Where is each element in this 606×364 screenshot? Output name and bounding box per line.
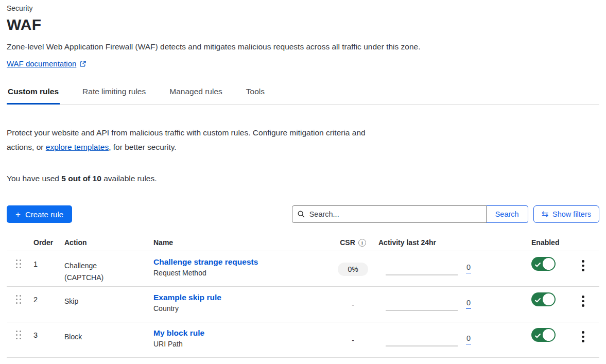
rule-name-cell: My block rule URI Path bbox=[153, 322, 328, 348]
rule-name-cell: Example skip rule Country bbox=[153, 287, 328, 313]
check-icon bbox=[535, 332, 541, 341]
rule-name-cell: Challenge strange requests Request Metho… bbox=[153, 251, 328, 277]
activity-count-link[interactable]: 0 bbox=[466, 334, 471, 344]
toggle-knob bbox=[543, 329, 555, 341]
drag-dots-icon bbox=[16, 331, 33, 339]
table-header-row: Order Action Name CSR i Activity last 24… bbox=[7, 235, 599, 251]
swap-arrows-icon: ⇆ bbox=[542, 210, 548, 218]
toggle-knob bbox=[543, 258, 555, 270]
enabled-toggle[interactable] bbox=[531, 292, 556, 306]
show-filters-label: Show filters bbox=[552, 210, 591, 218]
usage-suffix: available rules. bbox=[101, 174, 157, 183]
header-csr: CSR bbox=[340, 238, 355, 247]
tab-tools[interactable]: Tools bbox=[245, 84, 266, 105]
breadcrumb: Security bbox=[7, 4, 599, 12]
info-icon[interactable]: i bbox=[358, 239, 366, 247]
activity-sparkline bbox=[386, 345, 458, 346]
csr-badge: 0% bbox=[338, 263, 368, 276]
activity-count-link[interactable]: 0 bbox=[466, 299, 471, 309]
rule-action-line1: Block bbox=[64, 331, 153, 343]
rule-action-line1: Challenge bbox=[64, 260, 153, 272]
rule-order: 1 bbox=[33, 251, 64, 268]
tab-custom-rules[interactable]: Custom rules bbox=[7, 84, 60, 105]
explore-templates-link[interactable]: explore templates bbox=[46, 143, 109, 151]
create-rule-label: Create rule bbox=[25, 210, 63, 219]
enabled-toggle[interactable] bbox=[531, 328, 556, 342]
activity-cell: 0 bbox=[377, 322, 480, 358]
rule-match-field: URI Path bbox=[153, 340, 328, 348]
rule-action-line1: Skip bbox=[64, 296, 153, 307]
page-description: Zone-level Web Application Firewall (WAF… bbox=[7, 42, 599, 51]
table-row: 2 Skip Example skip rule Country - 0 bbox=[7, 287, 599, 322]
csr-badge: - bbox=[351, 334, 355, 347]
show-filters-button[interactable]: ⇆ Show filters bbox=[533, 205, 599, 223]
rule-action: Challenge (CAPTCHA) bbox=[64, 251, 153, 284]
waf-documentation-link[interactable]: WAF documentation bbox=[7, 59, 76, 68]
header-activity: Activity last 24hr bbox=[377, 235, 480, 247]
drag-dots-icon bbox=[16, 259, 33, 268]
check-icon bbox=[535, 296, 541, 305]
tab-managed-rules[interactable]: Managed rules bbox=[168, 84, 223, 105]
usage-summary: You have used 5 out of 10 available rule… bbox=[7, 174, 599, 183]
table-body: 1 Challenge (CAPTCHA) Challenge strange … bbox=[7, 251, 599, 358]
kebab-menu-button[interactable] bbox=[581, 259, 599, 272]
rule-name-link[interactable]: My block rule bbox=[153, 328, 204, 338]
drag-handle[interactable] bbox=[7, 322, 33, 339]
rules-toolbar: + Create rule Search ⇆ Show filters bbox=[7, 205, 599, 223]
header-enabled: Enabled bbox=[527, 235, 574, 247]
usage-count: 5 out of 10 bbox=[61, 174, 101, 183]
toggle-knob bbox=[543, 293, 555, 305]
create-rule-button[interactable]: + Create rule bbox=[7, 205, 72, 223]
rule-name-link[interactable]: Example skip rule bbox=[153, 293, 221, 302]
intro-text: Protect your website and API from malici… bbox=[7, 126, 390, 154]
kebab-menu-button[interactable] bbox=[581, 330, 599, 343]
activity-sparkline bbox=[386, 274, 458, 275]
header-order: Order bbox=[33, 235, 64, 247]
search-input[interactable] bbox=[292, 205, 487, 223]
rule-name-link[interactable]: Challenge strange requests bbox=[153, 257, 258, 267]
waf-page: Security WAF Zone-level Web Application … bbox=[0, 0, 606, 358]
search-button[interactable]: Search bbox=[486, 205, 528, 223]
activity-cell: 0 bbox=[377, 287, 480, 322]
activity-cell: 0 bbox=[377, 251, 480, 287]
enabled-toggle[interactable] bbox=[531, 257, 556, 271]
drag-dots-icon bbox=[16, 295, 33, 304]
drag-handle[interactable] bbox=[7, 251, 33, 268]
check-icon bbox=[535, 261, 541, 270]
header-action: Action bbox=[64, 235, 153, 247]
activity-count-link[interactable]: 0 bbox=[466, 263, 471, 273]
custom-rules-table: Order Action Name CSR i Activity last 24… bbox=[7, 235, 599, 358]
table-row: 3 Block My block rule URI Path - 0 bbox=[7, 322, 599, 358]
csr-cell: - bbox=[351, 300, 355, 309]
tab-rate-limiting-rules[interactable]: Rate limiting rules bbox=[81, 84, 147, 105]
header-name: Name bbox=[153, 235, 328, 247]
kebab-menu-button[interactable] bbox=[581, 294, 599, 308]
rule-action: Block bbox=[64, 322, 153, 343]
intro-text-after: , for better security. bbox=[109, 143, 177, 151]
rule-action: Skip bbox=[64, 287, 153, 307]
activity-sparkline bbox=[386, 310, 458, 311]
rule-match-field: Request Method bbox=[153, 269, 328, 277]
search-icon bbox=[297, 210, 305, 220]
csr-badge: - bbox=[351, 298, 355, 311]
rule-order: 3 bbox=[33, 322, 64, 339]
page-title: WAF bbox=[7, 16, 599, 33]
rule-match-field: Country bbox=[153, 304, 328, 313]
csr-cell: - bbox=[351, 336, 355, 345]
tab-bar: Custom rules Rate limiting rules Managed… bbox=[7, 84, 599, 105]
plus-icon: + bbox=[15, 210, 21, 219]
table-row: 1 Challenge (CAPTCHA) Challenge strange … bbox=[7, 251, 599, 287]
drag-handle[interactable] bbox=[7, 287, 33, 304]
rule-order: 2 bbox=[33, 287, 64, 304]
rule-action-line2: (CAPTCHA) bbox=[64, 272, 153, 284]
usage-prefix: You have used bbox=[7, 174, 61, 183]
external-link-icon bbox=[79, 60, 86, 67]
csr-cell: 0% bbox=[338, 265, 368, 274]
